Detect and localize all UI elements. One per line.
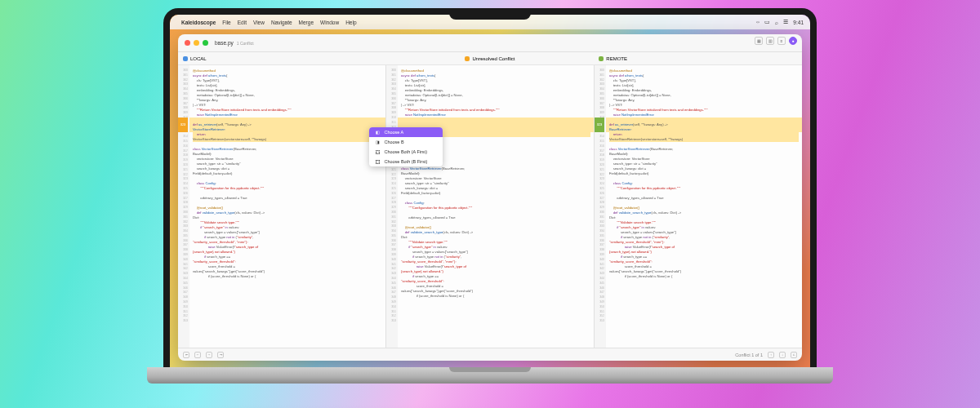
view-mode-grid-icon[interactable]: ▦ [755,37,763,45]
titlebar: base.py 1 Conflict ▦ ▥ ≡ ● [178,34,802,52]
local-badge-icon [183,56,188,61]
menu-help[interactable]: Help [345,20,356,25]
merge-action-icon[interactable]: ⎌ [791,352,797,358]
menu-merge[interactable]: Merge [299,20,314,25]
next-conflict-icon[interactable]: ↓ [779,352,786,358]
column-headers: LOCAL Unresolved Conflict REMOTE [178,52,802,65]
view-mode-split-icon[interactable]: ▥ [766,37,774,45]
conflict-badge-icon [465,56,470,61]
screen-bezel: Kaleidoscope File Edit View Navigate Mer… [163,8,817,367]
menu-navigate[interactable]: Navigate [271,20,292,25]
battery-icon[interactable]: ▭ [764,19,770,25]
pane-local[interactable]: 323 300301302303304305306307308309310311… [178,65,385,348]
code-merged: @classmethod async def afrom_texts( cls:… [386,65,594,302]
choose-b-icon: ◨ [374,140,381,144]
notch [449,8,531,20]
nav-next-icon[interactable]: → [206,352,212,358]
diff-panes: 323 300301302303304305306307308309310311… [178,65,802,348]
code-remote: @classmethod async def afrom_texts( cls:… [595,65,802,282]
minimize-button[interactable] [194,40,199,46]
prev-conflict-icon[interactable]: ↑ [768,352,774,358]
line-gutter: 3003013023033043053063073083093103113123… [386,65,398,348]
col-remote: REMOTE [594,52,802,64]
nav-first-icon[interactable]: ⇤ [183,352,189,358]
remote-badge-icon [599,56,604,61]
both-a-icon: ⿵ [374,149,381,154]
diff-line-marker[interactable]: 323 [178,118,188,132]
account-icon[interactable]: ● [789,37,797,45]
code-local: @classmethod async def afrom_texts( cls:… [178,65,385,282]
conflict-resolution-menu: ◧ Choose A ◨ Choose B ⿵ Choose Both (A F… [369,127,443,166]
search-icon[interactable]: ⌕ [775,20,778,25]
menu-choose-a[interactable]: ◧ Choose A [369,127,443,137]
zoom-button[interactable] [203,40,208,46]
laptop-frame: Kaleidoscope File Edit View Navigate Mer… [147,8,833,400]
menu-window[interactable]: Window [320,20,339,25]
col-local: LOCAL [178,52,386,64]
diff-line-marker[interactable]: 323 [595,118,604,132]
col-center: Unresolved Conflict [386,52,595,64]
line-gutter: 3003013023033043053063073083093103113123… [595,65,606,348]
desktop: Kaleidoscope File Edit View Navigate Mer… [170,15,810,367]
window-title: base.py [215,40,234,46]
menu-view[interactable]: View [253,20,265,25]
line-gutter: 3003013023033043053063073083093103113123… [178,65,189,348]
close-button[interactable] [185,40,190,46]
window-subtitle: 1 Conflict [237,41,254,46]
clock[interactable]: 9:41 [793,20,804,25]
nav-prev-icon[interactable]: ← [194,352,201,358]
view-mode-unified-icon[interactable]: ≡ [777,37,786,45]
statusbar: ⇤ ← → ⇥ Conflict 1 of 1 ↑ ↓ ⎌ [178,348,802,361]
menu-edit[interactable]: Edit [238,20,247,25]
menu-choose-both-a-first[interactable]: ⿵ Choose Both (A First) [369,147,443,157]
menu-choose-both-b-first[interactable]: ⿶ Choose Both (B First) [369,157,443,166]
col-center-label: Unresolved Conflict [472,56,514,61]
conflict-counter: Conflict 1 of 1 [735,353,763,357]
pane-merged[interactable]: 3003013023033043053063073083093103113123… [385,65,594,348]
control-center-icon[interactable]: ☰ [783,19,788,25]
traffic-lights [185,40,208,46]
both-b-icon: ⿶ [374,159,381,164]
app-name[interactable]: Kaleidoscope [181,20,216,25]
col-local-label: LOCAL [190,56,207,61]
laptop-base [147,367,833,384]
menu-file[interactable]: File [222,20,230,25]
pane-remote[interactable]: 323 300301302303304305306307308309310311… [594,65,802,348]
app-window: base.py 1 Conflict ▦ ▥ ≡ ● LOCAL [178,34,802,361]
choose-a-icon: ◧ [374,130,381,135]
col-remote-label: REMOTE [606,56,627,61]
wifi-icon[interactable]: ⌔ [756,20,760,25]
nav-last-icon[interactable]: ⇥ [217,352,224,358]
menu-choose-b[interactable]: ◨ Choose B [369,137,443,147]
reflection [147,404,833,408]
